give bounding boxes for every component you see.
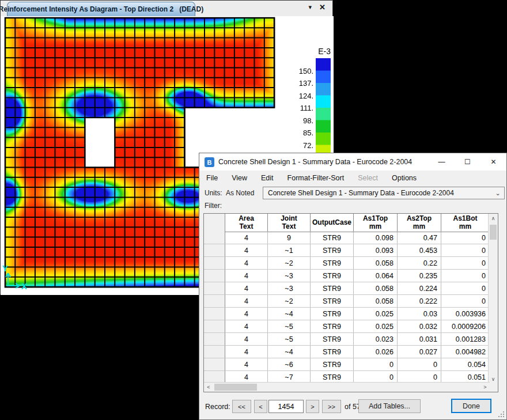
cell[interactable]: ~5	[268, 333, 311, 346]
cell[interactable]: 0	[441, 232, 490, 244]
cell[interactable]: 0.47	[398, 232, 441, 244]
menu-options[interactable]: Options	[385, 174, 423, 182]
cell[interactable]: 0.058	[354, 282, 398, 295]
resize-grip[interactable]	[498, 411, 504, 417]
row-selector[interactable]	[204, 320, 225, 333]
cell[interactable]: STR9	[311, 320, 354, 333]
horizontal-scrollbar[interactable]: < >	[204, 382, 490, 392]
minimize-icon[interactable]: —	[429, 153, 455, 171]
row-selector[interactable]	[204, 232, 225, 244]
cell[interactable]: STR9	[311, 244, 354, 257]
cell[interactable]: 4	[225, 358, 268, 371]
hscroll-thumb[interactable]	[214, 384, 257, 391]
cell[interactable]: 0.026	[354, 346, 398, 358]
first-record-button[interactable]: <<	[232, 400, 251, 413]
table-row[interactable]: 4~3STR90.0640.2350	[204, 270, 490, 282]
menu-view[interactable]: View	[225, 174, 254, 182]
column-header[interactable]: As1Top mm	[354, 214, 398, 232]
cell[interactable]: 0	[441, 270, 490, 282]
cell[interactable]: 9	[268, 232, 311, 244]
cell[interactable]: 0.03	[398, 308, 441, 320]
cell[interactable]: 4	[225, 270, 268, 282]
table-row[interactable]: 4~5STR90.0230.0310.001283	[204, 333, 490, 346]
table-row[interactable]: 4~5STR90.0250.0320.0009206	[204, 320, 490, 333]
close-icon[interactable]: ✕	[319, 3, 326, 12]
cell[interactable]: 0	[441, 257, 490, 270]
cell[interactable]: 0.098	[354, 232, 398, 244]
close-icon[interactable]: ✕	[480, 153, 506, 171]
diagram-window-tab[interactable]: Reinforcement Intensity As Diagram - Top…	[7, 2, 195, 16]
cell[interactable]: STR9	[311, 358, 354, 371]
cell[interactable]: 0	[441, 244, 490, 257]
cell[interactable]: 4	[225, 282, 268, 295]
row-selector[interactable]	[204, 295, 225, 308]
cell[interactable]: 0.027	[398, 346, 441, 358]
cell[interactable]: 0.235	[398, 270, 441, 282]
cell[interactable]: STR9	[311, 232, 354, 244]
done-button[interactable]: Done	[451, 399, 491, 413]
cell[interactable]: 0.004982	[441, 346, 490, 358]
menu-file[interactable]: File	[199, 174, 225, 182]
cell[interactable]: 0.054	[441, 358, 490, 371]
cell[interactable]: 0.093	[354, 244, 398, 257]
vscroll-thumb[interactable]	[490, 225, 497, 240]
table-row[interactable]: 4~1STR90.0930.4530	[204, 244, 490, 257]
cell[interactable]: 0.001283	[441, 333, 490, 346]
last-record-button[interactable]: >>	[322, 400, 341, 413]
row-selector[interactable]	[204, 244, 225, 257]
cell[interactable]: 0.025	[354, 320, 398, 333]
column-header[interactable]: Joint Text	[268, 214, 311, 232]
cell[interactable]: 0.025	[354, 308, 398, 320]
cell[interactable]: 0.058	[354, 257, 398, 270]
row-selector[interactable]	[204, 333, 225, 346]
cell[interactable]: 0	[441, 295, 490, 308]
row-selector[interactable]	[204, 346, 225, 358]
cell[interactable]: 0.064	[354, 270, 398, 282]
cell[interactable]: ~5	[268, 320, 311, 333]
previous-record-button[interactable]: <	[254, 400, 267, 413]
row-selector[interactable]	[204, 257, 225, 270]
cell[interactable]: 0.222	[398, 295, 441, 308]
cell[interactable]: 0	[354, 358, 398, 371]
table-row[interactable]: 49STR90.0980.470	[204, 232, 490, 244]
table-row[interactable]: 4~2STR90.0580.220	[204, 257, 490, 270]
cell[interactable]: 0.003936	[441, 308, 490, 320]
cell[interactable]: ~2	[268, 257, 311, 270]
row-selector[interactable]	[204, 358, 225, 371]
column-header[interactable]: As2Top mm	[398, 214, 441, 232]
scroll-up-icon[interactable]: ∧	[489, 214, 498, 223]
cell[interactable]: ~1	[268, 244, 311, 257]
table-select-dropdown[interactable]: Concrete Shell Design 1 - Summary Data -…	[263, 187, 505, 199]
row-selector[interactable]	[204, 270, 225, 282]
cell[interactable]: STR9	[311, 295, 354, 308]
cell[interactable]: 4	[225, 244, 268, 257]
cell[interactable]: 4	[225, 295, 268, 308]
table-row[interactable]: 4~6STR9000.054	[204, 358, 490, 371]
cell[interactable]: 4	[225, 333, 268, 346]
cell[interactable]: STR9	[311, 346, 354, 358]
cell[interactable]: STR9	[311, 257, 354, 270]
scroll-left-icon[interactable]: <	[204, 383, 213, 392]
maximize-icon[interactable]: ☐	[455, 153, 480, 171]
cell[interactable]: 0.0009206	[441, 320, 490, 333]
cell[interactable]: 0.032	[398, 320, 441, 333]
cell[interactable]: ~4	[268, 346, 311, 358]
cell[interactable]: 0.023	[354, 333, 398, 346]
cell[interactable]: 4	[225, 346, 268, 358]
cell[interactable]: ~3	[268, 282, 311, 295]
table-row[interactable]: 4~4STR90.0260.0270.004982	[204, 346, 490, 358]
next-record-button[interactable]: >	[306, 400, 319, 413]
cell[interactable]: 0.22	[398, 257, 441, 270]
cell[interactable]: 0	[398, 358, 441, 371]
cell[interactable]: ~3	[268, 270, 311, 282]
vertical-scrollbar[interactable]: ∧ ∨	[488, 214, 498, 384]
cell[interactable]: 0.031	[398, 333, 441, 346]
menu-edit[interactable]: Edit	[254, 174, 281, 182]
record-number-input[interactable]: 1454	[268, 400, 304, 413]
cell[interactable]: 4	[225, 308, 268, 320]
add-tables-button[interactable]: Add Tables...	[358, 399, 421, 413]
cell[interactable]: 0	[441, 282, 490, 295]
cell[interactable]: 0.453	[398, 244, 441, 257]
cell[interactable]: ~6	[268, 358, 311, 371]
cell[interactable]: 4	[225, 232, 268, 244]
